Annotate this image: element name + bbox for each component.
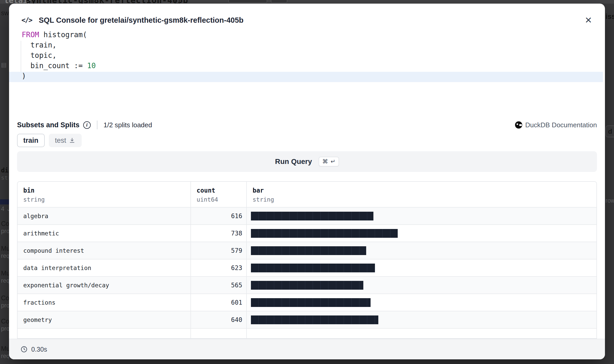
- download-icon: [69, 137, 75, 144]
- background-text-fragment: req: [1, 353, 9, 360]
- query-duration: 0.30s: [20, 346, 47, 353]
- subsets-and-splits-bar: Subsets and Splits i 1/2 splits loaded D…: [17, 119, 597, 131]
- duckdb-documentation-link[interactable]: DuckDB Documentation: [515, 121, 597, 129]
- cell-bin: arithmetic: [18, 225, 190, 242]
- code-token-pl: bin_count :=: [22, 61, 87, 70]
- cell-count: 601: [191, 294, 247, 311]
- cell-count: 565: [191, 277, 247, 294]
- duckdb-logo-icon: [515, 121, 522, 129]
- background-pill-fragment: d: [605, 125, 614, 137]
- run-query-button[interactable]: Run Query ⌘↵: [17, 151, 597, 172]
- cell-count: 640: [191, 311, 247, 328]
- table-row[interactable]: data interpretation623: [18, 259, 596, 277]
- command-key-icon: ⌘: [322, 158, 328, 165]
- keyboard-shortcut-badge: ⌘↵: [319, 157, 339, 167]
- histogram-bar: [251, 246, 366, 255]
- cell-bar: [247, 311, 596, 328]
- code-line[interactable]: FROM histogram(: [9, 30, 605, 41]
- split-button-train[interactable]: train: [17, 134, 45, 147]
- background-selected-row-fragment: [0, 199, 9, 204]
- table-header: bin string count uint64 bar string: [18, 182, 596, 208]
- background-text-fragment: req: [1, 252, 9, 259]
- background-text-fragment: pro: [1, 302, 9, 309]
- background-text-fragment: pro: [1, 325, 9, 332]
- copy-icon: [175, 0, 180, 4]
- split-label: train: [23, 137, 39, 145]
- histogram-bar: [251, 229, 398, 238]
- table-row[interactable]: exponential growth/decay565: [18, 277, 596, 294]
- splits-list: traintest: [17, 134, 82, 147]
- code-token-pl: topic,: [22, 51, 57, 60]
- cell-count: [191, 329, 247, 339]
- clock-icon: [20, 346, 28, 353]
- table-row[interactable]: algebra616: [18, 208, 596, 225]
- code-token-pl: histogram(: [39, 30, 87, 39]
- table-row-clipped[interactable]: [18, 329, 596, 339]
- histogram-bar: [251, 264, 375, 272]
- column-header-bin[interactable]: bin string: [18, 182, 190, 207]
- background-text-fragment: Com: [1, 294, 9, 302]
- cell-bin: compound interest: [18, 242, 190, 259]
- column-header-bar[interactable]: bar string: [247, 182, 596, 207]
- code-icon: </>: [21, 16, 32, 24]
- close-icon[interactable]: ✕: [582, 14, 595, 26]
- background-text-fragment: Mul: [1, 345, 9, 352]
- cell-bar: [247, 225, 596, 242]
- modal-header: </> SQL Console for gretelai/synthetic-g…: [21, 13, 595, 27]
- sql-console-modal: </> SQL Console for gretelai/synthetic-g…: [9, 4, 605, 359]
- cell-count: 579: [191, 242, 247, 259]
- return-key-icon: ↵: [331, 158, 335, 165]
- subsets-heading: Subsets and Splits: [17, 121, 80, 129]
- column-header-count[interactable]: count uint64: [191, 182, 247, 207]
- cell-bar: [247, 294, 596, 311]
- background-text-fragment: row: [605, 197, 614, 204]
- histogram-bar: [251, 298, 371, 307]
- background-text-fragment: Mul: [1, 245, 9, 252]
- table-row[interactable]: compound interest579: [18, 242, 596, 259]
- split-label: test: [55, 137, 66, 145]
- background-page-top-strip: telai/ synthetic-gsm8k-reflection-405b: [0, 0, 614, 4]
- divider: [97, 121, 97, 129]
- split-button-test[interactable]: test: [49, 134, 82, 147]
- sql-editor[interactable]: FROM histogram( train, topic, bin_count …: [9, 30, 605, 92]
- code-token-pl: ): [22, 72, 26, 80]
- background-text-fragment: Com: [1, 318, 9, 325]
- background-text-fragment: Mul: [1, 270, 9, 277]
- code-line[interactable]: bin_count := 10: [9, 61, 605, 72]
- cell-bar: [247, 329, 596, 339]
- cell-bar: [247, 277, 596, 294]
- cell-bin: data interpretation: [18, 259, 190, 276]
- cell-count: 623: [191, 259, 247, 276]
- splits-loaded-status: 1/2 splits loaded: [104, 121, 152, 129]
- code-line[interactable]: topic,: [9, 51, 605, 61]
- table-row[interactable]: arithmetic738: [18, 225, 596, 242]
- info-icon[interactable]: i: [83, 121, 91, 129]
- results-table: bin string count uint64 bar string algeb…: [17, 181, 597, 339]
- cell-bar: [247, 242, 596, 259]
- cell-count: 616: [191, 208, 247, 224]
- modal-footer: 0.30s: [9, 339, 605, 359]
- modal-title: SQL Console for gretelai/synthetic-gsm8k…: [39, 16, 243, 25]
- cell-bin: algebra: [18, 208, 190, 224]
- background-text-fragment: req: [1, 277, 9, 284]
- code-line-active[interactable]: ): [9, 72, 603, 82]
- background-text-fragment: 4 ⌄: [1, 205, 9, 212]
- cell-bar: [247, 259, 596, 276]
- background-button-fragment: [271, 0, 287, 3]
- duckdb-documentation-label: DuckDB Documentation: [525, 121, 597, 129]
- background-button-fragment: [228, 0, 267, 3]
- background-text-fragment: sw: [1, 9, 9, 17]
- background-text-fragment: ▤ ⌄: [1, 61, 9, 68]
- background-page-right-edge: d issarow: [605, 0, 614, 364]
- background-text-fragment: issa: [605, 12, 614, 21]
- background-page-left-edge: sw▤ ⌄difstr4 ⌄ComproMulreqMulreqComproCo…: [0, 0, 9, 364]
- code-line[interactable]: train,: [9, 41, 605, 51]
- code-token-kw: FROM: [22, 30, 39, 39]
- table-row[interactable]: fractions601: [18, 294, 596, 311]
- background-dataset-title: synthetic-gsm8k-reflection-405b: [26, 0, 188, 4]
- cell-bin: [18, 329, 190, 339]
- histogram-bar: [251, 281, 363, 290]
- background-text-fragment: str: [1, 175, 9, 181]
- histogram-bar: [251, 315, 378, 324]
- table-row[interactable]: geometry640: [18, 311, 596, 329]
